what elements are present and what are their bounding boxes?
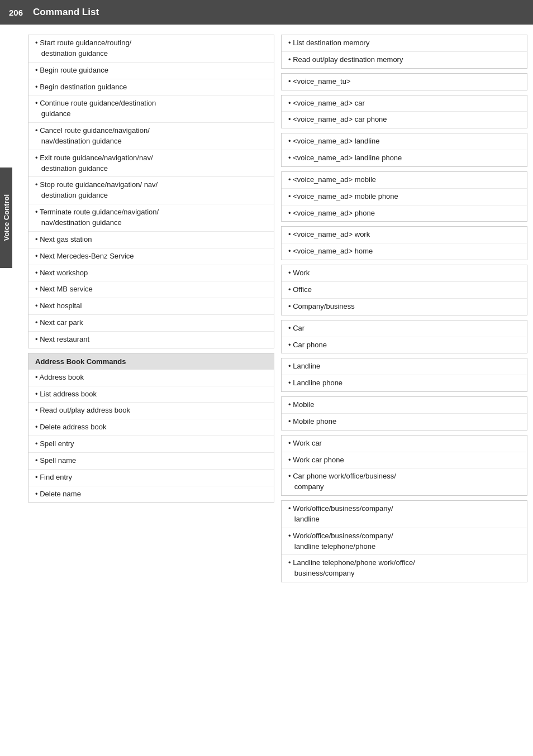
right-group-10: Mobile Mobile phone xyxy=(281,396,527,430)
right-item-5-2: <voice_name_ad> mobile phone xyxy=(282,189,527,205)
left-column: Start route guidance/routing/ destinatio… xyxy=(28,35,274,587)
addr-item-4: Delete address book xyxy=(28,419,274,436)
right-group-11: Work car Work car phone Car phone work/o… xyxy=(281,435,527,496)
right-item-11-1: Work car xyxy=(282,436,527,452)
right-item-10-1: Mobile xyxy=(282,397,527,414)
addr-item-1: Address book xyxy=(28,370,274,386)
nav-item-5: Cancel route guidance/navigation/ nav/de… xyxy=(28,123,274,150)
nav-item-8: Terminate route guidance/navigation/ nav… xyxy=(28,204,274,232)
right-group-1: List destination memory Read out/play de… xyxy=(281,35,527,69)
right-item-12-3: Landline telephone/phone work/office/ bu… xyxy=(282,555,527,582)
addr-item-2: List address book xyxy=(28,386,274,403)
right-group-12: Work/office/business/company/ landline W… xyxy=(281,500,527,582)
right-item-12-1: Work/office/business/company/ landline xyxy=(282,501,527,528)
right-group-5: <voice_name_ad> mobile <voice_name_ad> m… xyxy=(281,171,527,222)
right-item-3-2: <voice_name_ad> car phone xyxy=(282,112,527,128)
nav-item-2: Begin route guidance xyxy=(28,63,274,79)
right-item-10-2: Mobile phone xyxy=(282,414,527,430)
right-group-4: <voice_name_ad> landline <voice_name_ad>… xyxy=(281,133,527,167)
side-tab-label: Voice Control xyxy=(2,194,11,241)
right-item-1-1: List destination memory xyxy=(282,35,527,52)
right-item-1-2: Read out/play destination memory xyxy=(282,52,527,68)
right-group-6: <voice_name_ad> work <voice_name_ad> hom… xyxy=(281,226,527,260)
right-item-4-1: <voice_name_ad> landline xyxy=(282,133,527,150)
right-group-2: <voice_name_tu> xyxy=(281,73,527,90)
page-number: 206 xyxy=(9,8,23,17)
nav-item-7: Stop route guidance/navigation/ nav/ des… xyxy=(28,177,274,204)
nav-item-3: Begin destination guidance xyxy=(28,79,274,96)
right-item-5-3: <voice_name_ad> phone xyxy=(282,205,527,222)
right-item-9-1: Landline xyxy=(282,358,527,375)
right-item-3-1: <voice_name_ad> car xyxy=(282,95,527,112)
main-content: Start route guidance/routing/ destinatio… xyxy=(12,25,533,597)
right-item-7-1: Work xyxy=(282,265,527,282)
address-book-section-header: Address Book Commands xyxy=(28,353,274,370)
right-item-5-1: <voice_name_ad> mobile xyxy=(282,172,527,189)
nav-item-15: Next restaurant xyxy=(28,332,274,348)
nav-item-10: Next Mercedes-Benz Service xyxy=(28,248,274,265)
nav-item-6: Exit route guidance/navigation/nav/ dest… xyxy=(28,150,274,178)
navigation-section: Start route guidance/routing/ destinatio… xyxy=(28,35,274,348)
right-item-4-2: <voice_name_ad> landline phone xyxy=(282,150,527,166)
addr-item-6: Spell name xyxy=(28,453,274,470)
right-group-3: <voice_name_ad> car <voice_name_ad> car … xyxy=(281,95,527,129)
nav-item-9: Next gas station xyxy=(28,232,274,248)
side-tab: Voice Control xyxy=(0,168,12,268)
right-item-6-2: <voice_name_ad> home xyxy=(282,243,527,260)
right-item-12-2: Work/office/business/company/ landline t… xyxy=(282,528,527,556)
page-header: 206 Command List xyxy=(0,0,533,25)
addr-item-3: Read out/play address book xyxy=(28,403,274,419)
nav-item-12: Next MB service xyxy=(28,281,274,298)
nav-item-4: Continue route guidance/destination guid… xyxy=(28,95,274,123)
addr-item-5: Spell entry xyxy=(28,436,274,453)
right-item-2-1: <voice_name_tu> xyxy=(282,74,527,90)
nav-item-13: Next hospital xyxy=(28,298,274,315)
right-item-6-1: <voice_name_ad> work xyxy=(282,227,527,243)
right-item-7-2: Office xyxy=(282,282,527,299)
right-item-11-2: Work car phone xyxy=(282,452,527,469)
page-title: Command List xyxy=(33,7,99,18)
nav-item-11: Next workshop xyxy=(28,265,274,282)
right-item-11-3: Car phone work/office/business/ company xyxy=(282,468,527,495)
addr-item-8: Delete name xyxy=(28,486,274,503)
right-item-9-2: Landline phone xyxy=(282,375,527,391)
right-group-8: Car Car phone xyxy=(281,320,527,354)
right-item-8-1: Car xyxy=(282,320,527,337)
address-book-section: Address Book Commands Address book List … xyxy=(28,353,274,503)
right-item-8-2: Car phone xyxy=(282,337,527,353)
right-group-7: Work Office Company/business xyxy=(281,265,527,315)
nav-item-14: Next car park xyxy=(28,315,274,332)
right-item-7-3: Company/business xyxy=(282,299,527,315)
nav-item-1: Start route guidance/routing/ destinatio… xyxy=(28,35,274,63)
right-column: List destination memory Read out/play de… xyxy=(281,35,527,587)
addr-item-7: Find entry xyxy=(28,470,274,486)
right-group-9: Landline Landline phone xyxy=(281,358,527,392)
